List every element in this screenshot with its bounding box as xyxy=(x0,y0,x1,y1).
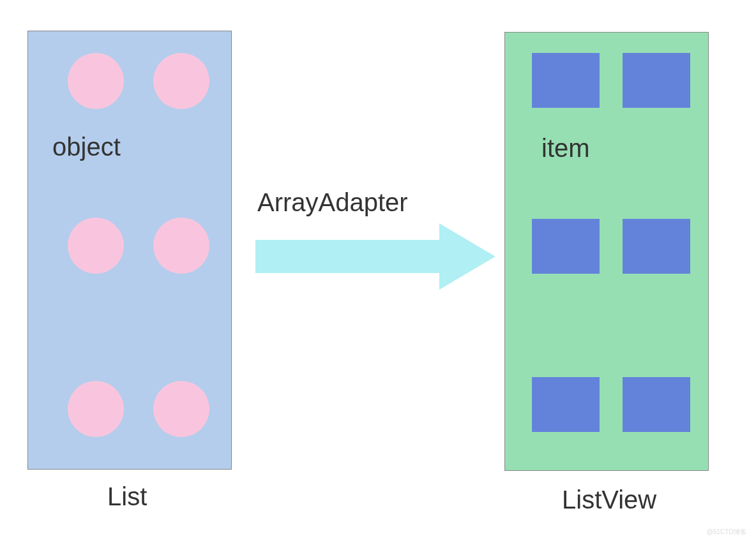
adapter-label: ArrayAdapter xyxy=(257,188,408,217)
object-circle xyxy=(68,53,124,109)
object-circle xyxy=(68,381,124,437)
item-rect xyxy=(623,53,690,108)
object-circle xyxy=(153,381,209,437)
object-circle xyxy=(68,218,124,274)
item-rect xyxy=(532,377,600,432)
watermark-text: @51CTO博客 xyxy=(707,528,746,537)
listview-label: ListView xyxy=(562,486,656,514)
list-box xyxy=(27,31,232,470)
item-rect xyxy=(623,219,690,274)
object-circle xyxy=(153,53,209,109)
item-label: item xyxy=(541,134,590,163)
object-circle xyxy=(153,218,209,274)
object-label: object xyxy=(52,133,121,161)
diagram-container: object item ArrayAdapter List ListView @… xyxy=(0,0,756,543)
arrow-body xyxy=(255,240,441,273)
item-rect xyxy=(532,53,600,108)
list-label: List xyxy=(107,482,147,511)
listview-box xyxy=(504,32,709,471)
item-rect xyxy=(532,219,600,274)
arrow-head xyxy=(439,223,495,290)
item-rect xyxy=(623,377,690,432)
